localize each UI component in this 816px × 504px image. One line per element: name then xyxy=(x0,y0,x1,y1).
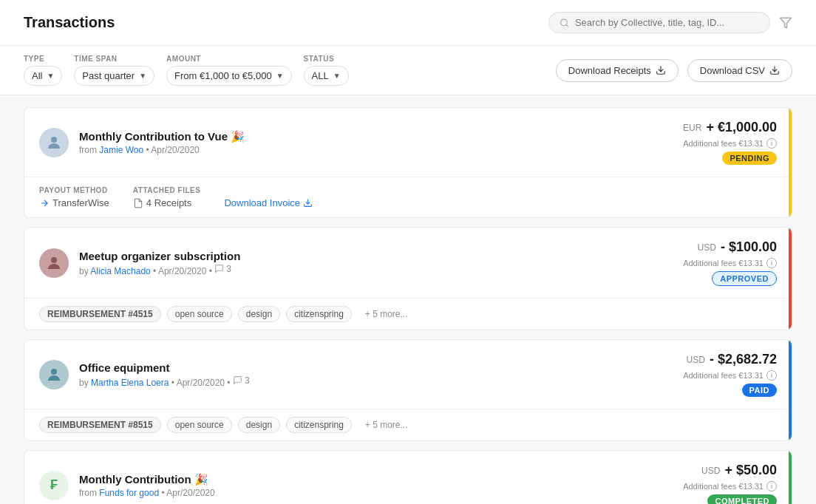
table-row: ₣ Monthly Contribution 🎉 from Funds for … xyxy=(24,450,792,504)
transaction-title: Meetup organizer subscription xyxy=(79,250,240,262)
amount-filter: AMOUNT From €1,000 to €5,000 ▼ xyxy=(166,55,291,86)
chevron-down-icon: ▼ xyxy=(333,72,341,80)
transaction-amount: - $2,682.72 xyxy=(710,352,777,367)
info-icon[interactable]: i xyxy=(766,481,777,491)
avatar xyxy=(39,128,69,157)
download-icon xyxy=(769,65,780,75)
transaction-amount: + €1,000.00 xyxy=(706,120,777,135)
tag[interactable]: citizenspring xyxy=(286,417,352,433)
svg-line-1 xyxy=(566,24,568,26)
info-icon[interactable]: i xyxy=(766,258,777,268)
tags-row: REIMBURSEMENT #4515 open source design c… xyxy=(24,298,792,330)
status-badge: PAID xyxy=(742,384,777,397)
comment-icon xyxy=(214,264,224,273)
info-icon[interactable]: i xyxy=(766,370,777,381)
page-title: Transactions xyxy=(24,14,115,31)
transaction-details: PAYOUT METHOD TransferWise ATTACHED FILE… xyxy=(24,177,792,217)
status-bar xyxy=(789,340,792,440)
download-icon xyxy=(656,65,666,75)
transactions-list: Monthly Contribution to Vue 🎉 from Jamie… xyxy=(0,95,816,504)
files-icon xyxy=(133,198,143,208)
svg-point-5 xyxy=(51,137,57,143)
comment-icon xyxy=(233,375,242,385)
person-link[interactable]: Alicia Machado xyxy=(90,265,150,276)
tag[interactable]: design xyxy=(238,306,280,322)
svg-point-7 xyxy=(51,257,57,263)
tag[interactable]: REIMBURSEMENT #4515 xyxy=(39,306,161,322)
person-link[interactable]: Jamie Woo xyxy=(99,145,143,155)
table-row: Office equipment by Martha Elena Loera •… xyxy=(24,339,792,441)
transfer-icon xyxy=(39,198,50,208)
table-row: Meetup organizer subscription by Alicia … xyxy=(24,227,792,330)
avatar xyxy=(39,248,69,278)
filters-bar: TYPE All ▼ TIME SPAN Past quarter ▼ AMOU… xyxy=(0,46,816,95)
status-bar xyxy=(789,228,792,330)
download-receipts-button[interactable]: Download Receipts xyxy=(556,59,679,82)
status-badge: APPROVED xyxy=(712,271,777,286)
more-tags[interactable]: + 5 more... xyxy=(358,418,415,432)
svg-point-8 xyxy=(51,369,57,375)
transaction-amount: + $50.00 xyxy=(724,463,777,478)
table-row: Monthly Contribution to Vue 🎉 from Jamie… xyxy=(24,107,792,218)
transaction-title: Office equipment xyxy=(79,361,250,374)
search-input[interactable] xyxy=(575,17,759,28)
chevron-down-icon: ▼ xyxy=(276,72,284,80)
avatar xyxy=(39,360,69,389)
tags-row: REIMBURSEMENT #8515 open source design c… xyxy=(24,409,792,440)
search-icon xyxy=(560,18,569,28)
chevron-down-icon: ▼ xyxy=(139,72,146,80)
tag[interactable]: citizenspring xyxy=(286,306,352,322)
app-header: Transactions xyxy=(0,0,816,46)
info-icon[interactable]: i xyxy=(766,138,777,149)
person-link[interactable]: Martha Elena Loera xyxy=(91,377,169,387)
status-filter: STATUS ALL ▼ xyxy=(304,55,349,86)
transaction-amount: - $100.00 xyxy=(721,239,777,255)
download-small-icon xyxy=(303,198,313,208)
timespan-filter: TIME SPAN Past quarter ▼ xyxy=(74,55,154,86)
tag[interactable]: open source xyxy=(167,306,232,322)
more-tags[interactable]: + 5 more... xyxy=(358,307,415,321)
status-badge: PENDING xyxy=(722,151,777,165)
download-csv-button[interactable]: Download CSV xyxy=(687,59,792,82)
download-invoice-link[interactable]: Download Invoice xyxy=(224,197,313,208)
tag[interactable]: design xyxy=(238,417,280,433)
tag[interactable]: REIMBURSEMENT #8515 xyxy=(39,417,161,433)
chevron-down-icon: ▼ xyxy=(47,72,54,80)
status-badge: COMPLETED xyxy=(707,494,777,504)
status-bar xyxy=(789,108,792,217)
search-bar[interactable] xyxy=(548,12,770,33)
type-filter: TYPE All ▼ xyxy=(24,55,62,86)
transaction-title: Monthly Contribution to Vue 🎉 xyxy=(79,130,245,143)
status-bar xyxy=(789,451,792,504)
svg-marker-2 xyxy=(781,18,792,28)
avatar: ₣ xyxy=(39,471,69,500)
tag[interactable]: open source xyxy=(167,417,232,433)
transaction-title: Monthly Contribution 🎉 xyxy=(79,473,215,486)
person-link[interactable]: Funds for good xyxy=(99,488,159,498)
filter-icon[interactable] xyxy=(779,16,792,30)
